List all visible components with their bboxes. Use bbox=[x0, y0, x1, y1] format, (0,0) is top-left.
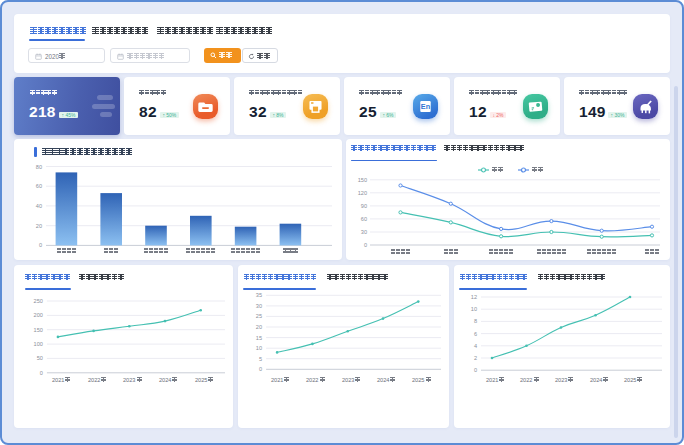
svg-text:6: 6 bbox=[474, 331, 477, 337]
svg-text:10: 10 bbox=[256, 345, 262, 351]
svg-text:120: 120 bbox=[358, 190, 367, 196]
svg-text:40: 40 bbox=[36, 203, 42, 209]
svg-text:2021: 2021 bbox=[52, 377, 64, 383]
svg-text:10: 10 bbox=[471, 306, 477, 312]
svg-text:50: 50 bbox=[37, 355, 43, 361]
svg-text:250: 250 bbox=[34, 298, 43, 304]
svg-text:2021: 2021 bbox=[271, 377, 283, 383]
svg-text:100: 100 bbox=[34, 341, 43, 347]
svg-text:150: 150 bbox=[34, 327, 43, 333]
svg-text:20: 20 bbox=[36, 223, 42, 229]
svg-text:90: 90 bbox=[361, 203, 367, 209]
svg-text:En: En bbox=[421, 102, 430, 111]
svg-text:2022: 2022 bbox=[520, 377, 532, 383]
svg-text:150: 150 bbox=[358, 177, 367, 183]
svg-text:4: 4 bbox=[474, 343, 477, 349]
svg-text:2025: 2025 bbox=[195, 377, 207, 383]
svg-text:60: 60 bbox=[36, 183, 42, 189]
svg-text:0: 0 bbox=[39, 242, 42, 248]
svg-text:2: 2 bbox=[474, 355, 477, 361]
svg-text:25: 25 bbox=[256, 313, 262, 319]
svg-text:2024: 2024 bbox=[590, 377, 602, 383]
svg-text:2025: 2025 bbox=[412, 377, 424, 383]
svg-text:0: 0 bbox=[474, 367, 477, 373]
svg-text:0: 0 bbox=[40, 370, 43, 376]
svg-text:60: 60 bbox=[361, 216, 367, 222]
svg-text:2022: 2022 bbox=[88, 377, 100, 383]
svg-text:2024: 2024 bbox=[159, 377, 171, 383]
svg-text:2023: 2023 bbox=[123, 377, 135, 383]
svg-text:80: 80 bbox=[36, 164, 42, 170]
svg-text:2021: 2021 bbox=[486, 377, 498, 383]
svg-text:2023: 2023 bbox=[555, 377, 567, 383]
svg-text:30: 30 bbox=[256, 303, 262, 309]
svg-text:2024: 2024 bbox=[377, 377, 389, 383]
svg-text:2022: 2022 bbox=[306, 377, 318, 383]
svg-text:2025: 2025 bbox=[624, 377, 636, 383]
svg-text:15: 15 bbox=[256, 335, 262, 341]
svg-text:0: 0 bbox=[364, 242, 367, 248]
svg-text:5: 5 bbox=[259, 356, 262, 362]
svg-text:200: 200 bbox=[34, 312, 43, 318]
svg-text:35: 35 bbox=[256, 292, 262, 298]
svg-text:2023: 2023 bbox=[342, 377, 354, 383]
svg-text:0: 0 bbox=[259, 366, 262, 372]
svg-text:8: 8 bbox=[474, 318, 477, 324]
svg-text:12: 12 bbox=[471, 294, 477, 300]
svg-text:20: 20 bbox=[256, 324, 262, 330]
svg-text:30: 30 bbox=[361, 229, 367, 235]
